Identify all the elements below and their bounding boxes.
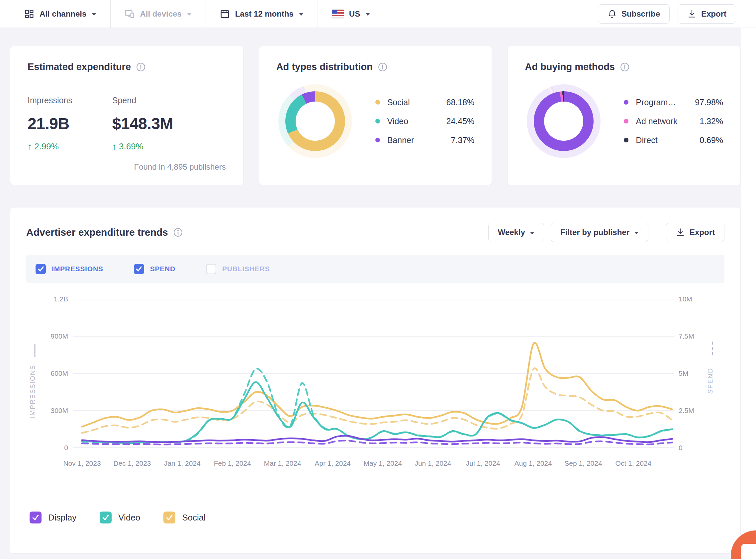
legend-row[interactable]: Social 68.18% [375, 97, 475, 107]
bell-icon [607, 9, 617, 19]
channels-grid-icon [24, 9, 34, 19]
ad-types-card: Ad types distribution Social 68.18% Vide [259, 46, 492, 185]
svg-text:300M: 300M [50, 407, 68, 414]
legend-toggle-label: Video [118, 513, 140, 523]
ad-buying-donut-chart[interactable] [527, 84, 601, 158]
toolbar-actions: Subscribe Export [598, 0, 756, 27]
top-toolbar: All channels All devices Last 12 months … [0, 0, 756, 28]
spend-label: Spend [112, 96, 173, 105]
filter-by-publisher-label: Filter by publisher [560, 228, 629, 237]
download-icon [687, 9, 696, 19]
donut-hole [544, 102, 583, 141]
svg-text:10M: 10M [678, 295, 692, 303]
legend-dot [624, 138, 628, 142]
calendar-icon [220, 9, 230, 19]
legend-row[interactable]: Video 24.45% [375, 116, 475, 126]
svg-text:Jun 1, 2024: Jun 1, 2024 [414, 460, 451, 467]
export-button-top[interactable]: Export [677, 4, 736, 24]
filter-by-publisher-select[interactable]: Filter by publisher [551, 223, 648, 242]
legend-toggle-display[interactable]: Display [29, 512, 77, 523]
chevron-down-icon [530, 232, 535, 234]
country-label: US [349, 9, 360, 19]
legend-toggle-label: Social [182, 513, 206, 523]
legend-label: Social [387, 97, 410, 107]
subscribe-button[interactable]: Subscribe [598, 4, 670, 24]
svg-text:SPEND: SPEND [707, 368, 714, 394]
legend-label: Ad network [636, 116, 677, 126]
devices-filter-label: All devices [140, 9, 181, 19]
publishers-footnote: Found in 4,895 publishers [134, 162, 225, 172]
legend-row[interactable]: Banner 7.37% [375, 135, 475, 145]
spend-metric: Spend $148.3M ↑ 3.69% [112, 96, 173, 152]
checkbox-unchecked-icon [206, 264, 216, 274]
svg-text:1.2B: 1.2B [54, 295, 68, 303]
svg-text:600M: 600M [50, 370, 68, 377]
estimated-expenditure-card: Estimated expenditure Impressions 21.9B … [10, 46, 243, 185]
legend-label: Video [387, 116, 409, 126]
toggle-impressions[interactable]: IMPRESSIONS [36, 264, 103, 274]
country-filter[interactable]: US [318, 0, 384, 27]
checkbox-checked-icon [164, 512, 175, 523]
period-select-value: Weekly [498, 228, 525, 237]
ad-buying-methods-card: Ad buying methods Program… 97.98% Ad net [507, 46, 741, 185]
chevron-down-icon [299, 13, 304, 16]
toggle-spend[interactable]: SPEND [134, 264, 175, 274]
legend-value: 1.32% [699, 116, 723, 126]
metric-toggle-strip: IMPRESSIONS SPEND PUBLISHERS [26, 254, 725, 283]
svg-text:0: 0 [64, 444, 68, 451]
impressions-label: Impressions [27, 96, 72, 105]
svg-text:Sep 1, 2024: Sep 1, 2024 [564, 460, 602, 467]
spend-value: $148.3M [112, 114, 173, 133]
checkbox-checked-icon [134, 264, 144, 274]
legend-row[interactable]: Direct 0.69% [624, 135, 723, 145]
impressions-delta: ↑ 2.99% [27, 141, 72, 152]
impressions-metric: Impressions 21.9B ↑ 2.99% [27, 96, 72, 152]
channels-filter[interactable]: All channels [10, 0, 111, 27]
svg-text:Dec 1, 2023: Dec 1, 2023 [113, 460, 151, 467]
svg-text:Nov 1, 2023: Nov 1, 2023 [63, 460, 101, 467]
period-select[interactable]: Weekly [488, 223, 544, 242]
ad-types-donut-chart[interactable] [278, 84, 352, 158]
svg-text:Feb 1, 2024: Feb 1, 2024 [214, 460, 251, 467]
export-label: Export [701, 9, 727, 19]
date-range-filter[interactable]: Last 12 months [206, 0, 318, 27]
legend-label: Direct [636, 135, 657, 145]
chevron-down-icon [92, 13, 96, 16]
export-button-trends[interactable]: Export [666, 223, 725, 242]
date-range-label: Last 12 months [235, 9, 294, 19]
legend-value: 68.18% [447, 97, 475, 107]
info-icon[interactable] [173, 228, 183, 237]
subscribe-label: Subscribe [622, 9, 660, 19]
legend-toggle-label: Display [48, 513, 77, 523]
chevron-down-icon [634, 232, 639, 234]
svg-text:Oct 1, 2024: Oct 1, 2024 [615, 460, 652, 467]
devices-filter[interactable]: All devices [111, 0, 206, 27]
legend-toggle-social[interactable]: Social [164, 512, 206, 523]
chat-face-icon [741, 544, 756, 559]
trends-title: Advertiser expenditure trends [26, 227, 168, 238]
legend-value: 24.45% [447, 116, 475, 126]
impressions-value: 21.9B [27, 114, 72, 133]
donut-hole [296, 102, 335, 141]
svg-text:Aug 1, 2024: Aug 1, 2024 [514, 460, 552, 467]
svg-text:Jul 1, 2024: Jul 1, 2024 [466, 460, 500, 467]
export-label: Export [690, 228, 715, 237]
legend-row[interactable]: Ad network 1.32% [624, 116, 723, 126]
info-icon[interactable] [378, 62, 387, 72]
chevron-down-icon [365, 13, 370, 16]
checkbox-checked-icon [36, 264, 46, 274]
legend-dot [375, 100, 380, 105]
svg-text:Jan 1, 2024: Jan 1, 2024 [164, 460, 201, 467]
toggle-publishers[interactable]: PUBLISHERS [206, 264, 270, 274]
advertiser-expenditure-trends-card: Advertiser expenditure trends Weekly Fil… [10, 207, 741, 554]
toggle-label: IMPRESSIONS [52, 265, 103, 273]
chevron-down-icon [187, 13, 192, 16]
scrollbar-gutter[interactable] [741, 0, 756, 559]
checkbox-checked-icon [100, 512, 112, 523]
expenditure-trends-line-chart[interactable]: 00300M2.5M600M5M900M7.5M1.2B10MNov 1, 20… [26, 292, 725, 504]
us-flag-icon [332, 9, 344, 18]
info-icon[interactable] [136, 62, 146, 72]
legend-toggle-video[interactable]: Video [100, 512, 140, 523]
legend-row[interactable]: Program… 97.98% [624, 97, 723, 107]
info-icon[interactable] [620, 62, 629, 72]
